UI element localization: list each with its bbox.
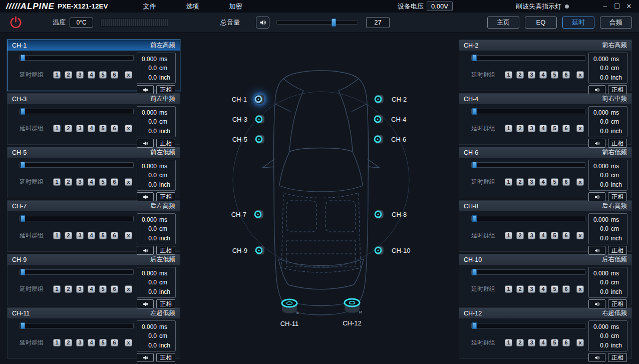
delay-slider-handle[interactable] xyxy=(21,55,25,61)
channel-phase-button[interactable]: 正相 xyxy=(608,246,627,255)
delay-group-4-button[interactable]: 4 xyxy=(88,339,95,346)
channel-phase-button[interactable]: 正相 xyxy=(156,246,175,255)
delay-group-6-button[interactable]: 6 xyxy=(111,232,118,239)
delay-group-5-button[interactable]: 5 xyxy=(99,285,107,293)
channel-panel[interactable]: CH-4 前右中频 延时群组 1 2 3 4 5 6 x 0.000 ms 0.… xyxy=(459,93,632,145)
delay-group-1-button[interactable]: 1 xyxy=(53,339,61,346)
delay-slider-handle[interactable] xyxy=(21,162,25,168)
minimize-button[interactable]: – xyxy=(599,2,611,12)
channel-mute-button[interactable] xyxy=(588,299,605,308)
car-map-speaker[interactable]: CH-5 xyxy=(232,133,266,146)
channel-phase-button[interactable]: 正相 xyxy=(608,85,627,94)
delay-group-2-button[interactable]: 2 xyxy=(65,232,72,239)
delay-group-1-button[interactable]: 1 xyxy=(53,232,61,239)
delay-group-3-button[interactable]: 3 xyxy=(76,339,84,346)
delay-slider-handle[interactable] xyxy=(472,215,477,222)
delay-group-6-button[interactable]: 6 xyxy=(562,178,570,186)
delay-group-5-button[interactable]: 5 xyxy=(551,125,558,132)
delay-group-clear-button[interactable]: x xyxy=(125,178,132,186)
delay-group-4-button[interactable]: 4 xyxy=(88,125,95,132)
channel-panel[interactable]: CH-2 前右高频 延时群组 1 2 3 4 5 6 x 0.000 ms 0.… xyxy=(459,40,632,91)
delay-slider[interactable] xyxy=(20,323,134,328)
delay-group-clear-button[interactable]: x xyxy=(125,285,132,293)
speaker-unit-icon[interactable] xyxy=(253,133,266,146)
delay-group-1-button[interactable]: 1 xyxy=(505,232,512,239)
delay-group-5-button[interactable]: 5 xyxy=(99,71,107,79)
car-map-speaker[interactable]: CH-2 xyxy=(373,93,407,106)
delay-group-1-button[interactable]: 1 xyxy=(53,71,61,79)
delay-group-2-button[interactable]: 2 xyxy=(516,232,524,239)
delay-group-clear-button[interactable]: x xyxy=(125,125,132,132)
delay-group-4-button[interactable]: 4 xyxy=(88,178,95,186)
delay-slider[interactable] xyxy=(20,216,134,221)
channel-header[interactable]: CH-9 后左低频 xyxy=(8,254,180,265)
delay-group-clear-button[interactable]: x xyxy=(576,339,584,346)
delay-group-5-button[interactable]: 5 xyxy=(551,232,558,239)
delay-slider[interactable] xyxy=(471,269,585,275)
car-map-speaker[interactable]: CH-12 R xyxy=(340,296,364,327)
delay-group-6-button[interactable]: 6 xyxy=(111,339,118,346)
channel-header[interactable]: CH-6 前右低频 xyxy=(459,147,631,158)
delay-group-6-button[interactable]: 6 xyxy=(111,178,118,186)
car-map-speaker[interactable]: CH-9 xyxy=(232,244,266,257)
delay-group-1-button[interactable]: 1 xyxy=(505,178,512,186)
delay-group-1-button[interactable]: 1 xyxy=(505,339,512,346)
delay-slider-handle[interactable] xyxy=(472,55,477,61)
delay-group-2-button[interactable]: 2 xyxy=(65,71,72,79)
delay-slider[interactable] xyxy=(20,162,134,168)
delay-group-2-button[interactable]: 2 xyxy=(65,285,72,293)
delay-group-1-button[interactable]: 1 xyxy=(53,285,61,293)
channel-mute-button[interactable] xyxy=(588,353,605,362)
delay-group-6-button[interactable]: 6 xyxy=(562,232,570,239)
channel-mute-button[interactable] xyxy=(588,192,605,201)
delay-group-6-button[interactable]: 6 xyxy=(562,125,570,132)
speaker-unit-icon[interactable] xyxy=(373,93,386,106)
delay-slider-handle[interactable] xyxy=(472,269,477,275)
car-map-speaker[interactable]: CH-1 xyxy=(232,93,266,106)
delay-group-2-button[interactable]: 2 xyxy=(65,125,72,132)
close-button[interactable]: ✕ xyxy=(623,2,635,12)
nav-delay-button[interactable]: 延时 xyxy=(562,17,594,29)
delay-slider-handle[interactable] xyxy=(472,322,477,329)
channel-panel[interactable]: CH-11 左超低频 延时群组 1 2 3 4 5 6 x 0.000 ms 0… xyxy=(7,307,180,359)
delay-group-3-button[interactable]: 3 xyxy=(528,339,535,346)
master-volume-slider[interactable] xyxy=(276,20,358,25)
delay-group-2-button[interactable]: 2 xyxy=(516,339,524,346)
delay-group-3-button[interactable]: 3 xyxy=(528,178,535,186)
delay-slider-handle[interactable] xyxy=(21,269,25,275)
delay-slider-handle[interactable] xyxy=(472,108,477,115)
delay-group-6-button[interactable]: 6 xyxy=(562,71,570,79)
delay-group-3-button[interactable]: 3 xyxy=(528,232,535,239)
channel-panel[interactable]: CH-6 前右低频 延时群组 1 2 3 4 5 6 x 0.000 ms 0.… xyxy=(459,147,632,198)
speaker-unit-icon[interactable] xyxy=(372,133,385,146)
speaker-unit-icon[interactable]: R xyxy=(340,296,364,316)
speaker-unit-icon[interactable] xyxy=(373,244,386,257)
delay-group-clear-button[interactable]: x xyxy=(576,71,584,79)
delay-group-2-button[interactable]: 2 xyxy=(516,125,524,132)
delay-slider-handle[interactable] xyxy=(21,322,25,329)
channel-mute-button[interactable] xyxy=(137,139,154,148)
car-map-speaker[interactable]: CH-7 xyxy=(231,208,265,221)
car-map-speaker[interactable]: CH-8 xyxy=(373,208,407,221)
delay-slider-handle[interactable] xyxy=(21,215,25,222)
channel-phase-button[interactable]: 正相 xyxy=(156,353,175,362)
channel-header[interactable]: CH-10 后右低频 xyxy=(459,254,631,265)
channel-header[interactable]: CH-2 前右高频 xyxy=(459,40,631,51)
delay-slider[interactable] xyxy=(471,109,585,114)
nav-eq-button[interactable]: EQ xyxy=(525,17,557,29)
channel-phase-button[interactable]: 正相 xyxy=(156,85,175,94)
delay-group-3-button[interactable]: 3 xyxy=(76,178,84,186)
car-map-speaker[interactable]: CH-3 xyxy=(232,113,266,126)
nav-crossover-button[interactable]: 合频 xyxy=(600,17,632,29)
delay-group-clear-button[interactable]: x xyxy=(576,285,584,293)
delay-group-6-button[interactable]: 6 xyxy=(111,285,118,293)
volume-slider-handle[interactable] xyxy=(332,19,336,27)
power-button[interactable] xyxy=(9,16,23,29)
channel-phase-button[interactable]: 正相 xyxy=(608,192,627,201)
channel-header[interactable]: CH-5 前左低频 xyxy=(8,147,180,158)
delay-group-5-button[interactable]: 5 xyxy=(551,285,558,293)
delay-group-3-button[interactable]: 3 xyxy=(76,71,84,79)
channel-panel[interactable]: CH-7 后左高频 延时群组 1 2 3 4 5 6 x 0.000 ms 0.… xyxy=(7,200,180,252)
delay-group-4-button[interactable]: 4 xyxy=(539,232,547,239)
car-map-speaker[interactable]: CH-10 xyxy=(373,244,411,257)
